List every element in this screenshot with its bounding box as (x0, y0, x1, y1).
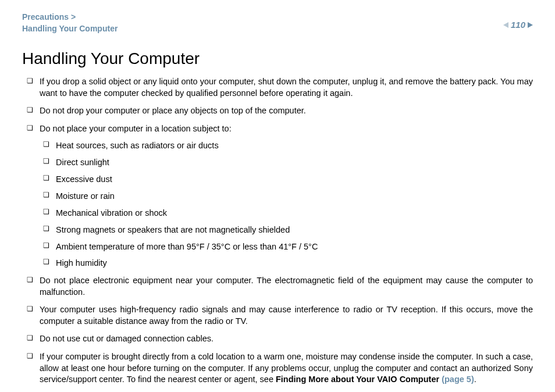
sub-list-item: Strong magnets or speakers that are not … (40, 224, 533, 236)
list-item: If your computer is brought directly fro… (22, 351, 533, 386)
list-item-text: Do not use cut or damaged connection cab… (40, 334, 214, 343)
arrow-left-icon[interactable] (503, 22, 508, 28)
list-item: Do not place electronic equipment near y… (22, 275, 533, 298)
sub-list: Heat sources, such as radiators or air d… (40, 140, 533, 269)
header: Precautions > Handling Your Computer 110 (22, 12, 533, 34)
list-item-text: Your computer uses high-frequency radio … (40, 305, 533, 326)
precautions-list: If you drop a solid object or any liquid… (22, 76, 533, 386)
page-number: 110 (511, 20, 525, 30)
list-item-text: Do not place your computer in a location… (40, 124, 232, 133)
list-item: Do not place your computer in a location… (22, 123, 533, 269)
bold-text: Finding More about Your VAIO Computer (276, 375, 442, 384)
list-item: Do not use cut or damaged connection cab… (22, 333, 533, 345)
page-title: Handling Your Computer (22, 49, 533, 68)
list-item-text: If you drop a solid object or any liquid… (40, 77, 533, 98)
sub-list-item: Mechanical vibration or shock (40, 208, 533, 219)
breadcrumb: Precautions > Handling Your Computer (22, 12, 118, 34)
sub-list-item: Direct sunlight (40, 157, 533, 168)
list-item: Your computer uses high-frequency radio … (22, 304, 533, 327)
arrow-right-icon[interactable] (528, 22, 533, 28)
sub-list-item: Excessive dust (40, 174, 533, 185)
sub-list-item: Moisture or rain (40, 191, 533, 202)
sub-list-item: Ambient temperature of more than 95°F / … (40, 241, 533, 252)
page-link[interactable]: (page 5) (442, 375, 474, 384)
list-item-text: Do not drop your computer or place any o… (40, 106, 306, 115)
page-nav: 110 (503, 20, 533, 30)
list-item-text: Do not place electronic equipment near y… (40, 276, 533, 297)
breadcrumb-line1: Precautions > (22, 12, 118, 23)
list-item: Do not drop your computer or place any o… (22, 105, 533, 117)
list-item: If you drop a solid object or any liquid… (22, 76, 533, 99)
list-item-text: . (474, 375, 476, 384)
breadcrumb-line2: Handling Your Computer (22, 23, 118, 35)
sub-list-item: High humidity (40, 258, 533, 269)
sub-list-item: Heat sources, such as radiators or air d… (40, 140, 533, 151)
